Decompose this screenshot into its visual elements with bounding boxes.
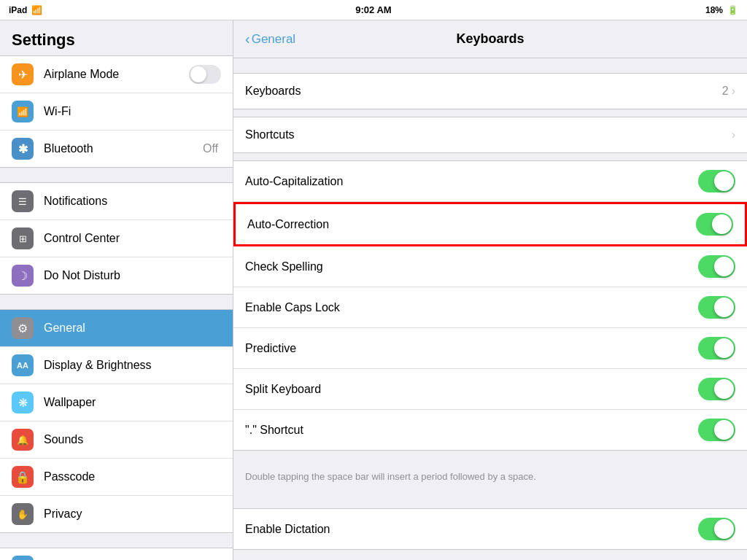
settings-row-auto-capitalization[interactable]: Auto-Capitalization [233,161,747,202]
privacy-label: Privacy [44,508,221,521]
airplane-mode-toggle[interactable] [189,65,221,84]
status-left: iPad 📶 [9,5,42,15]
settings-row-enable-dictation[interactable]: Enable Dictation [233,509,747,549]
bluetooth-label: Bluetooth [44,142,203,155]
main-layout: Settings ✈ Airplane Mode 📶 Wi-Fi ✱ Bluet… [0,20,747,560]
panel-title: Keyboards [456,31,524,47]
settings-row-auto-correction[interactable]: Auto-Correction [233,202,747,246]
general-label: General [44,322,221,335]
settings-section-3: Auto-Capitalization Auto-Correction Chec… [233,160,747,494]
sidebar-item-wifi[interactable]: 📶 Wi-Fi [0,93,233,131]
sidebar-group-4: ☁ iCloud [0,548,233,560]
back-label: General [252,32,295,47]
settings-group-dictation: Enable Dictation [233,508,747,550]
settings-group-keyboards: Keyboards 2 › [233,73,747,109]
bluetooth-icon: ✱ [12,138,34,160]
icloud-icon: ☁ [12,556,34,560]
airplane-mode-label: Airplane Mode [44,68,183,81]
back-chevron-icon: ‹ [245,31,250,47]
enable-caps-lock-toggle[interactable] [698,296,735,319]
do-not-disturb-icon: ☽ [12,265,34,287]
display-icon: AA [12,354,34,376]
check-spelling-label: Check Spelling [245,260,698,273]
sounds-icon: 🔔 [12,429,34,451]
period-shortcut-label: "." Shortcut [245,424,698,437]
wifi-icon: 📶 [12,101,34,122]
settings-group-toggles: Auto-Capitalization Auto-Correction Chec… [233,160,747,451]
auto-capitalization-label: Auto-Capitalization [245,175,698,188]
wifi-label: Wi-Fi [44,105,221,118]
sidebar-item-general[interactable]: ⚙ General [0,310,233,347]
enable-caps-lock-label: Enable Caps Lock [245,301,698,314]
sidebar-item-control-center[interactable]: ⊞ Control Center [0,220,233,257]
keyboards-label: Keyboards [245,85,722,98]
settings-row-predictive[interactable]: Predictive [233,328,747,369]
sidebar-item-notifications[interactable]: ☰ Notifications [0,183,233,220]
settings-row-shortcuts[interactable]: Shortcuts › [233,117,747,152]
period-shortcut-footer: Double tapping the space bar will insert… [233,465,747,494]
enable-dictation-label: Enable Dictation [245,523,698,536]
status-time: 9:02 AM [355,4,391,15]
sidebar-group-3: ⚙ General AA Display & Brightness ❋ Wall… [0,309,233,533]
wallpaper-icon: ❋ [12,392,34,413]
period-shortcut-toggle[interactable] [698,419,735,441]
predictive-label: Predictive [245,342,698,355]
auto-capitalization-toggle[interactable] [698,170,735,192]
settings-row-split-keyboard[interactable]: Split Keyboard [233,369,747,410]
sidebar-item-privacy[interactable]: ✋ Privacy [0,496,233,532]
sidebar-group-1: ✈ Airplane Mode 📶 Wi-Fi ✱ Bluetooth Off [0,55,233,168]
control-center-icon: ⊞ [12,228,34,249]
sidebar-item-do-not-disturb[interactable]: ☽ Do Not Disturb [0,257,233,294]
settings-section-2: Shortcuts › [233,117,747,153]
enable-dictation-toggle[interactable] [698,518,735,540]
auto-correction-toggle[interactable] [696,213,733,236]
back-button[interactable]: ‹ General [245,31,295,47]
sidebar: Settings ✈ Airplane Mode 📶 Wi-Fi ✱ Bluet… [0,20,233,560]
sidebar-item-airplane-mode[interactable]: ✈ Airplane Mode [0,56,233,93]
settings-section-4: Enable Dictation About Dictation and Pri… [233,508,747,560]
bluetooth-value: Off [203,142,218,155]
notifications-icon: ☰ [12,190,34,212]
general-icon: ⚙ [12,317,34,339]
settings-section-1: Keyboards 2 › [233,73,747,109]
wifi-icon: 📶 [31,5,42,15]
split-keyboard-toggle[interactable] [698,378,735,400]
sidebar-item-wallpaper[interactable]: ❋ Wallpaper [0,384,233,421]
settings-group-shortcuts: Shortcuts › [233,117,747,153]
passcode-label: Passcode [44,470,221,483]
sidebar-title: Settings [0,20,233,55]
settings-row-keyboards[interactable]: Keyboards 2 › [233,74,747,109]
keyboards-value: 2 [722,85,729,98]
settings-row-enable-caps-lock[interactable]: Enable Caps Lock [233,287,747,328]
sidebar-item-icloud[interactable]: ☁ iCloud [0,548,233,560]
sidebar-item-display[interactable]: AA Display & Brightness [0,347,233,384]
sidebar-group-2: ☰ Notifications ⊞ Control Center ☽ Do No… [0,182,233,295]
split-keyboard-label: Split Keyboard [245,383,698,396]
right-panel: ‹ General Keyboards Keyboards 2 › Shortc… [233,20,747,560]
auto-correction-label: Auto-Correction [247,218,696,231]
sidebar-item-sounds[interactable]: 🔔 Sounds [0,421,233,459]
battery-label: 18% [705,5,723,15]
panel-header: ‹ General Keyboards [233,20,747,58]
privacy-icon: ✋ [12,503,34,525]
notifications-label: Notifications [44,195,221,208]
sounds-label: Sounds [44,433,221,446]
control-center-label: Control Center [44,232,221,245]
settings-row-period-shortcut[interactable]: "." Shortcut [233,410,747,450]
shortcuts-chevron-icon: › [732,128,735,141]
status-bar: iPad 📶 9:02 AM 18% 🔋 [0,0,747,20]
predictive-toggle[interactable] [698,337,735,359]
battery-icon: 🔋 [727,5,738,15]
ipad-label: iPad [9,5,27,15]
settings-row-check-spelling[interactable]: Check Spelling [233,246,747,287]
check-spelling-toggle[interactable] [698,255,735,278]
airplane-mode-icon: ✈ [12,63,34,85]
display-label: Display & Brightness [44,359,221,372]
wallpaper-label: Wallpaper [44,396,221,409]
keyboards-chevron-icon: › [732,85,735,98]
status-right: 18% 🔋 [705,5,738,15]
shortcuts-label: Shortcuts [245,128,732,141]
sidebar-item-bluetooth[interactable]: ✱ Bluetooth Off [0,131,233,167]
sidebar-item-passcode[interactable]: 🔒 Passcode [0,459,233,496]
passcode-icon: 🔒 [12,466,34,488]
